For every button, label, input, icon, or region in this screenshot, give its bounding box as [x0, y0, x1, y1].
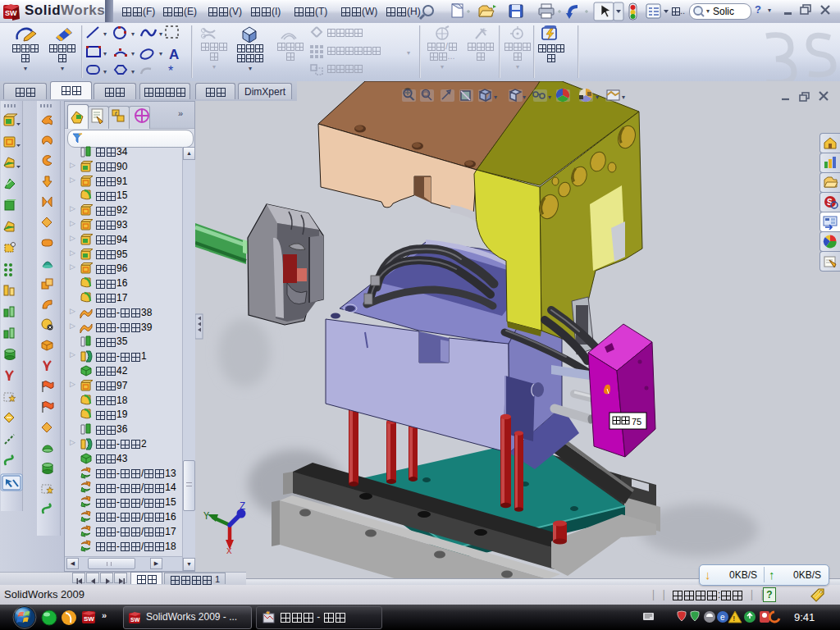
svg-text:▾: ▾ [103, 68, 107, 75]
svg-text:»: » [102, 610, 107, 620]
svg-text:▾: ▾ [131, 68, 135, 75]
svg-text:▾: ▾ [131, 50, 135, 57]
svg-text:▾: ▾ [131, 30, 135, 38]
svg-text:*: * [168, 64, 173, 78]
svg-text:SW: SW [84, 615, 94, 623]
svg-text:▾: ▾ [523, 94, 526, 101]
svg-text:▾: ▾ [103, 30, 107, 38]
svg-text:▾: ▾ [103, 50, 107, 57]
svg-text:▾: ▾ [548, 94, 551, 101]
svg-text:e: e [720, 613, 725, 622]
svg-text:SW: SW [5, 9, 17, 17]
svg-text:A: A [169, 47, 179, 62]
svg-text:Z: Z [240, 501, 245, 513]
svg-text:+: + [482, 26, 487, 35]
svg-text:▾: ▾ [159, 50, 162, 57]
svg-text:▾: ▾ [494, 94, 497, 101]
svg-text:▾: ▾ [596, 94, 599, 101]
svg-text:9:41: 9:41 [794, 611, 815, 623]
svg-text:X: X [226, 546, 232, 556]
svg-text:75: 75 [632, 417, 641, 427]
svg-text:▾: ▾ [622, 94, 625, 101]
svg-text:!: ! [733, 614, 736, 623]
svg-text:SW: SW [130, 617, 140, 623]
svg-text:Y: Y [203, 511, 209, 523]
svg-text:▾: ▾ [159, 30, 162, 38]
